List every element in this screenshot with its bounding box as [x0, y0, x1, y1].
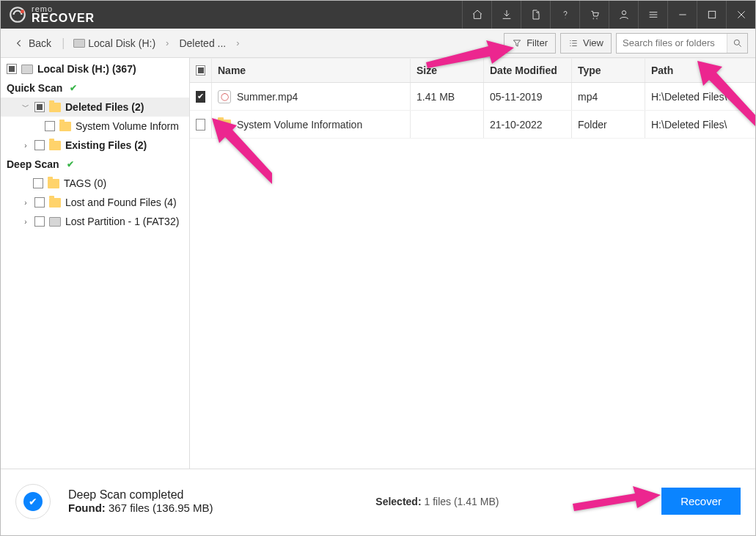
svg-point-0	[10, 7, 25, 22]
cart-icon[interactable]	[579, 1, 609, 29]
search-box	[616, 33, 748, 54]
sidebar-item-lost-partition[interactable]: › Lost Partition - 1 (FAT32)	[1, 212, 189, 231]
checkbox[interactable]	[34, 216, 45, 227]
search-input[interactable]	[617, 37, 727, 48]
sidebar-item-deleted-files[interactable]: ﹀ Deleted Files (2)	[1, 98, 189, 117]
sidebar-item-lost-found[interactable]: › Lost and Found Files (4)	[1, 193, 189, 212]
crumb-disk-label: Local Disk (H:)	[88, 37, 155, 49]
table-header: Name Size Date Modified Type Path	[190, 58, 755, 83]
sidebar-item-label: Existing Files (2)	[65, 139, 147, 151]
brand-bottom: RECOVER	[32, 13, 95, 23]
check-icon: ✔	[70, 83, 77, 93]
download-icon[interactable]	[491, 1, 521, 29]
sidebar-item-label: Lost and Found Files (4)	[65, 197, 177, 208]
quick-scan-header[interactable]: Quick Scan ✔	[1, 78, 189, 98]
deep-scan-header[interactable]: Deep Scan ✔	[1, 155, 189, 174]
menu-icon[interactable]	[638, 1, 667, 29]
main-area: Local Disk (H:) (367) Quick Scan ✔ ﹀ Del…	[1, 58, 755, 469]
sidebar-item-existing-files[interactable]: › Existing Files (2)	[1, 136, 189, 155]
status-line1: Deep Scan completed	[68, 488, 213, 502]
row-size: 1.41 MB	[411, 83, 484, 110]
col-path[interactable]: Path	[645, 59, 755, 82]
sidebar: Local Disk (H:) (367) Quick Scan ✔ ﹀ Del…	[1, 58, 190, 469]
checkbox[interactable]	[34, 102, 45, 112]
check-icon: ✔	[67, 159, 74, 169]
status-selected-label: Selected:	[375, 496, 421, 507]
deep-scan-label: Deep Scan	[7, 158, 59, 170]
folder-icon	[59, 122, 71, 131]
toolbar: Back | Local Disk (H:) › Deleted ... › F…	[1, 29, 755, 58]
folder-icon	[218, 120, 231, 130]
search-button[interactable]	[727, 34, 747, 53]
col-name[interactable]: Name	[212, 59, 411, 82]
col-date[interactable]: Date Modified	[484, 59, 572, 82]
recover-button[interactable]: Recover	[661, 488, 741, 515]
user-icon[interactable]	[609, 1, 638, 29]
status-bar: ✔ Deep Scan completed Found: 367 files (…	[1, 469, 755, 533]
row-path: H:\Deleted Files\	[645, 111, 755, 138]
row-date: 05-11-2019	[484, 83, 572, 110]
view-label: View	[583, 37, 603, 48]
table-row[interactable]: ✔ ◯ Summer.mp4 1.41 MB 05-11-2019 mp4 H:…	[190, 83, 755, 111]
disk-icon	[21, 65, 33, 74]
back-button[interactable]: Back	[8, 36, 57, 51]
status-complete-icon: ✔	[15, 484, 51, 519]
expand-toggle[interactable]: ›	[21, 218, 30, 226]
expand-toggle[interactable]: ›	[21, 199, 30, 207]
svg-rect-3	[708, 11, 715, 18]
checkbox[interactable]	[34, 197, 45, 208]
tree-root-label: Local Disk (H:) (367)	[37, 63, 136, 75]
table-row[interactable]: System Volume Information 21-10-2022 Fol…	[190, 111, 755, 139]
row-checkbox[interactable]: ✔	[196, 91, 205, 103]
checkbox[interactable]	[34, 140, 45, 150]
row-type: mp4	[572, 83, 645, 110]
file-list: Name Size Date Modified Type Path ✔ ◯ Su…	[190, 58, 755, 469]
breadcrumb-folder[interactable]: Deleted ...	[175, 36, 230, 51]
col-type[interactable]: Type	[572, 59, 645, 82]
checkbox[interactable]	[7, 64, 17, 74]
export-icon[interactable]	[521, 1, 550, 29]
select-all-checkbox[interactable]	[196, 65, 205, 76]
status-selected-value: 1 files (1.41 MB)	[424, 496, 499, 507]
back-label: Back	[29, 37, 51, 49]
sidebar-item-label: System Volume Inform	[76, 120, 179, 132]
sidebar-item-sysvol[interactable]: System Volume Inform	[1, 117, 189, 136]
folder-icon	[49, 141, 61, 150]
logo-mark-icon	[8, 5, 27, 24]
status-text: Deep Scan completed Found: 367 files (13…	[68, 488, 213, 514]
close-icon[interactable]	[726, 1, 755, 29]
svg-rect-1	[21, 10, 23, 13]
checkbox[interactable]	[45, 121, 55, 131]
home-icon[interactable]	[462, 1, 491, 29]
row-checkbox[interactable]	[196, 119, 205, 131]
folder-icon	[48, 179, 59, 188]
help-icon[interactable]	[550, 1, 579, 29]
checkbox[interactable]	[33, 178, 43, 188]
filter-button[interactable]: Filter	[504, 33, 556, 54]
maximize-icon[interactable]	[697, 1, 726, 29]
row-date: 21-10-2022	[484, 111, 572, 138]
status-found-label: Found:	[68, 502, 106, 514]
quick-scan-label: Quick Scan	[7, 82, 62, 94]
minimize-icon[interactable]	[667, 1, 697, 29]
row-name: System Volume Information	[237, 119, 362, 131]
col-size[interactable]: Size	[411, 59, 484, 82]
view-button[interactable]: View	[560, 33, 612, 54]
disk-icon	[49, 217, 61, 227]
collapse-toggle[interactable]: ﹀	[21, 102, 30, 112]
breadcrumb-disk[interactable]: Local Disk (H:)	[69, 36, 160, 51]
status-selected: Selected: 1 files (1.41 MB)	[231, 496, 645, 507]
crumb-folder-label: Deleted ...	[179, 37, 226, 49]
tree-root[interactable]: Local Disk (H:) (367)	[1, 59, 189, 78]
row-type: Folder	[572, 111, 645, 138]
status-found-value: 367 files (136.95 MB)	[109, 502, 213, 514]
filter-label: Filter	[526, 37, 548, 48]
disk-icon	[73, 39, 85, 48]
expand-toggle[interactable]: ›	[21, 142, 30, 150]
folder-icon	[49, 103, 61, 112]
sidebar-item-label: Lost Partition - 1 (FAT32)	[65, 216, 179, 227]
folder-icon	[49, 198, 61, 208]
chevron-right-icon: ›	[164, 37, 170, 48]
sidebar-item-tags[interactable]: TAGS (0)	[1, 174, 189, 193]
chevron-right-icon: ›	[235, 37, 241, 48]
